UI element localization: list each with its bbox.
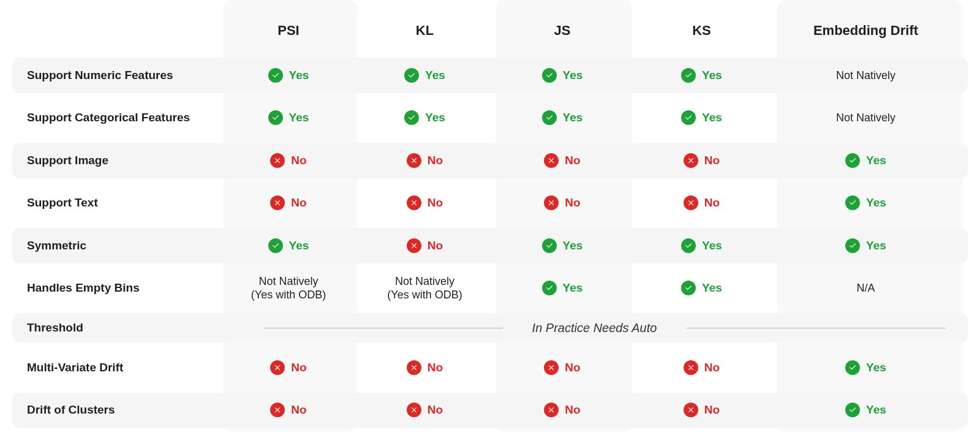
yes-value: Yes — [542, 281, 583, 295]
cell: Yes — [356, 54, 494, 97]
cross-icon — [407, 403, 421, 417]
yn-label: No — [704, 196, 720, 210]
col-header-blank — [12, 7, 221, 54]
rule-right-icon — [687, 328, 946, 328]
no-value: No — [684, 360, 720, 375]
col-header-js: JS — [494, 7, 631, 54]
table-row: Support Numeric Features Yes Yes Yes Yes… — [12, 54, 968, 97]
no-value: No — [407, 403, 443, 417]
cross-icon — [270, 360, 285, 375]
cross-icon — [684, 153, 698, 168]
no-value: No — [270, 153, 306, 168]
yes-value: Yes — [845, 238, 886, 253]
cell: Yes — [631, 54, 772, 97]
cell: N/A — [772, 267, 959, 310]
cell: Yes — [772, 224, 959, 267]
table-header: PSI KL JS KS Embedding Drift — [12, 7, 968, 54]
cell: Yes — [631, 267, 772, 310]
yn-label: Yes — [289, 111, 309, 124]
row-label: Support Text — [12, 182, 221, 225]
no-value: No — [407, 238, 443, 253]
check-icon — [845, 153, 860, 168]
yn-label: Yes — [702, 281, 722, 295]
cross-icon — [407, 153, 421, 168]
yn-label: No — [428, 403, 443, 417]
cell: Yes — [221, 54, 356, 97]
yes-value: Yes — [404, 68, 445, 83]
check-icon — [404, 68, 419, 83]
yn-label: No — [704, 154, 720, 167]
yes-value: Yes — [845, 153, 886, 168]
table-row: Support Image No No No No Yes — [12, 139, 968, 182]
yn-label: No — [428, 154, 443, 167]
yes-value: Yes — [845, 403, 886, 417]
yn-label: Yes — [563, 111, 583, 124]
yn-label: No — [428, 239, 443, 252]
check-icon — [404, 110, 419, 125]
check-icon — [681, 110, 696, 125]
cross-icon — [544, 195, 559, 210]
check-icon — [681, 281, 696, 295]
threshold-span: In Practice Needs Auto — [221, 309, 968, 346]
yn-label: No — [565, 361, 580, 374]
cross-icon — [544, 360, 559, 375]
yn-label: Yes — [702, 111, 722, 124]
cell-text: Not Natively — [836, 69, 895, 83]
cell: Yes — [221, 224, 356, 267]
yn-label: Yes — [702, 69, 722, 82]
yn-label: Yes — [425, 69, 445, 82]
check-icon — [268, 110, 283, 125]
cell: Not Natively(Yes with ODB) — [356, 267, 494, 310]
cross-icon — [684, 195, 698, 210]
row-label: Handles Empty Bins — [12, 267, 221, 310]
check-icon — [845, 238, 860, 253]
yes-value: Yes — [542, 238, 583, 253]
yn-label: Yes — [563, 281, 583, 295]
yn-label: Yes — [866, 196, 886, 210]
row-label: Threshold — [12, 309, 221, 346]
yes-value: Yes — [681, 110, 722, 125]
yn-label: Yes — [289, 69, 309, 82]
check-icon — [845, 360, 860, 375]
yn-label: Yes — [289, 239, 309, 252]
cell: No — [356, 139, 494, 182]
comparison-table: PSI KL JS KS Embedding Drift Support Num… — [12, 0, 968, 431]
yn-label: Yes — [425, 111, 445, 124]
check-icon — [845, 403, 860, 417]
yn-label: No — [565, 403, 580, 417]
no-value: No — [270, 195, 306, 210]
no-value: No — [407, 195, 443, 210]
cross-icon — [684, 360, 698, 375]
cross-icon — [684, 403, 698, 417]
check-icon — [542, 110, 557, 125]
yn-label: Yes — [866, 239, 886, 252]
no-value: No — [407, 153, 443, 168]
cell: No — [631, 182, 772, 225]
col-header-emb: Embedding Drift — [772, 7, 959, 54]
cross-icon — [270, 195, 285, 210]
check-icon — [681, 238, 696, 253]
table-row: Support Text No No No No Yes — [12, 182, 968, 225]
cross-icon — [270, 153, 285, 168]
no-value: No — [684, 195, 720, 210]
row-label: Multi-Variate Drift — [12, 346, 221, 389]
table-row: Multi-Variate Drift No No No No Yes — [12, 346, 968, 389]
yes-value: Yes — [681, 68, 722, 83]
cell: No — [631, 389, 772, 432]
yn-label: No — [565, 154, 580, 167]
no-value: No — [684, 403, 720, 417]
cell: No — [356, 224, 494, 267]
cell: Yes — [494, 224, 631, 267]
cross-icon — [407, 238, 421, 253]
cell: No — [356, 346, 494, 389]
yn-label: Yes — [866, 403, 886, 417]
cell: Yes — [631, 97, 772, 140]
cell: No — [631, 139, 772, 182]
no-value: No — [544, 195, 580, 210]
cell-text: Not Natively(Yes with ODB) — [387, 275, 462, 302]
yn-label: Yes — [702, 239, 722, 252]
cell: Yes — [772, 182, 959, 225]
cell: No — [494, 389, 631, 432]
table-row: Drift of Clusters No No No No Yes — [12, 389, 968, 432]
yn-label: No — [291, 196, 306, 210]
